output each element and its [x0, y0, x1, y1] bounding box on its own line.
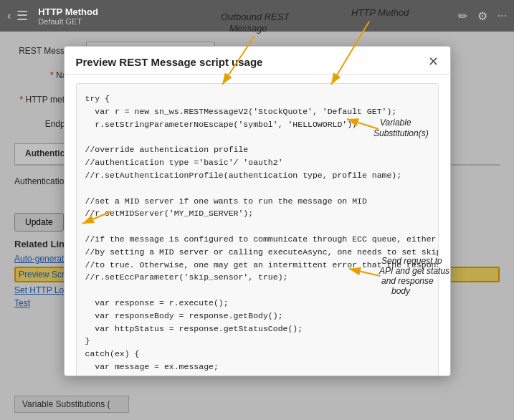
code-block: try { var r = new sn_ws.RESTMessageV2('S…	[76, 83, 439, 376]
back-button[interactable]: ‹	[7, 9, 11, 22]
modal-header: Preview REST Message script usage ✕	[65, 47, 450, 75]
modal-body: try { var r = new sn_ws.RESTMessageV2('S…	[65, 75, 450, 376]
toolbar-title: HTTP Method Default GET	[38, 6, 452, 26]
sliders-icon[interactable]: ⚙	[477, 9, 487, 23]
menu-icon[interactable]: ☰	[16, 8, 28, 24]
toolbar-icons: ✏ ⚙ ···	[458, 9, 507, 23]
top-toolbar: ‹ ☰ HTTP Method Default GET ✏ ⚙ ···	[0, 0, 514, 32]
modal-title: Preview REST Message script usage	[76, 56, 263, 68]
modal-close-button[interactable]: ✕	[428, 55, 439, 68]
more-icon[interactable]: ···	[498, 9, 507, 23]
modal-overlay: Preview REST Message script usage ✕ try …	[0, 32, 514, 420]
modal-dialog: Preview REST Message script usage ✕ try …	[64, 46, 451, 376]
pencil-icon[interactable]: ✏	[458, 9, 467, 23]
